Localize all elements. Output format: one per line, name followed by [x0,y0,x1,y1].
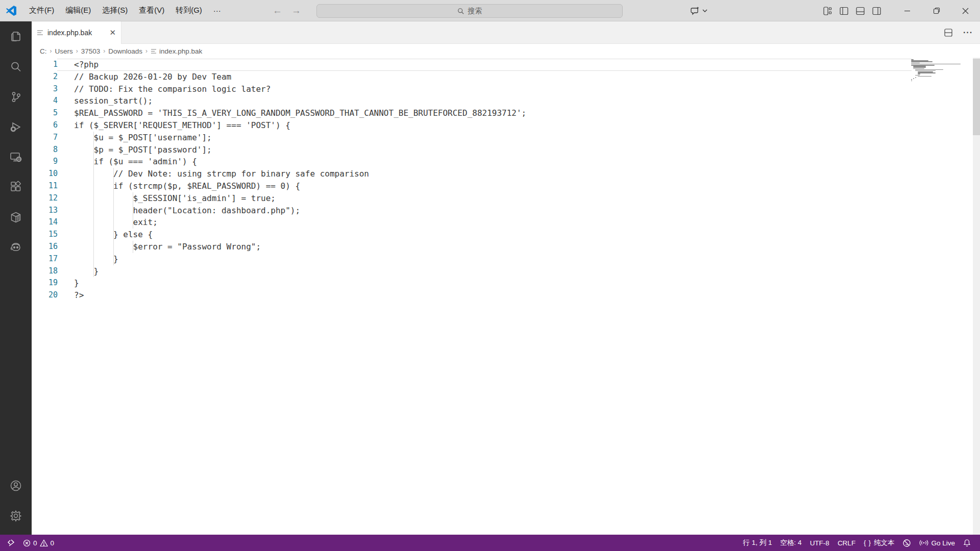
breadcrumb[interactable]: C:›Users›37503›Downloads›index.php.bak [32,44,980,58]
explorer-icon[interactable] [0,21,32,52]
line-number[interactable]: 3 [32,83,58,95]
code-line[interactable]: 18 } [32,265,980,278]
line-number[interactable]: 8 [32,144,58,156]
scrollbar-slider[interactable] [973,59,980,135]
code-line[interactable]: 6if ($_SERVER['REQUEST_METHOD'] === 'POS… [32,119,980,132]
tab-close-icon[interactable]: ✕ [109,28,116,37]
menu-item[interactable]: 选择(S) [96,0,133,21]
toggle-primary-sidebar-icon[interactable] [839,6,849,16]
remote-explorer-icon[interactable] [0,142,32,172]
line-number[interactable]: 17 [32,253,58,265]
account-icon[interactable] [0,470,32,500]
breadcrumb-file[interactable]: index.php.bak [151,47,202,55]
code-text: } [74,253,118,265]
tab-index-php-bak[interactable]: index.php.bak ✕ [32,21,121,44]
minimap-line [918,73,920,74]
code-line[interactable]: 1<?php [32,59,980,71]
search-icon[interactable] [0,52,32,82]
line-number[interactable]: 6 [32,119,58,132]
menu-item[interactable]: 转到(G) [170,0,208,21]
minimap-line [915,77,916,78]
line-number[interactable]: 12 [32,192,58,205]
run-debug-icon[interactable] [0,112,32,142]
line-number[interactable]: 5 [32,107,58,119]
editor-more-actions[interactable]: ··· [963,28,973,37]
encoding[interactable]: UTF-8 [806,535,834,551]
line-number[interactable]: 20 [32,289,58,302]
code-editor[interactable]: 1<?php2// Backup 2026-01-20 by Dev Team3… [32,58,980,535]
go-live-button[interactable]: Go Live [915,535,959,551]
toggle-panel-icon[interactable] [855,6,865,16]
menu-item[interactable]: 编辑(E) [60,0,96,21]
minimap[interactable] [911,59,967,82]
code-text: $u = $_POST['username']; [74,132,212,144]
chevron-down-icon [702,9,707,13]
breadcrumb-item[interactable]: Downloads [108,47,142,55]
nav-forward-icon[interactable]: → [291,5,301,16]
code-line[interactable]: 8 $p = $_POST['password']; [32,144,980,156]
line-number[interactable]: 14 [32,216,58,229]
file-icon [37,30,43,36]
editor-scrollbar[interactable] [973,58,980,535]
extensions-icon[interactable] [0,172,32,202]
copilot-chat-icon [690,6,700,16]
breadcrumb-item[interactable]: 37503 [81,47,101,55]
code-line[interactable]: 20?> [32,289,980,302]
breadcrumb-item[interactable]: Users [55,47,73,55]
code-text: $REAL_PASSWORD = 'THIS_IS_A_VERY_LONG_RA… [74,107,526,119]
line-number[interactable]: 11 [32,180,58,192]
toggle-secondary-sidebar-icon[interactable] [872,6,881,16]
notifications-button[interactable] [959,535,975,551]
line-number[interactable]: 9 [32,156,58,168]
remote-indicator[interactable] [3,535,19,551]
line-number[interactable]: 4 [32,95,58,107]
code-line[interactable]: 11 if (strcmp($p, $REAL_PASSWORD) == 0) … [32,180,980,192]
robot-icon[interactable] [0,232,32,262]
code-text: // Backup 2026-01-20 by Dev Team [74,71,231,83]
code-line[interactable]: 16 $error = "Password Wrong"; [32,241,980,253]
code-line[interactable]: 4session_start(); [32,95,980,107]
settings-gear-icon[interactable] [0,500,32,531]
menu-item[interactable]: 文件(F) [23,0,60,21]
customize-layout-icon[interactable] [823,6,832,16]
code-line[interactable]: 2// Backup 2026-01-20 by Dev Team [32,71,980,83]
container-icon[interactable] [0,202,32,232]
code-line[interactable]: 14 exit; [32,216,980,229]
code-line[interactable]: 13 header("Location: dashboard.php"); [32,205,980,217]
line-number[interactable]: 7 [32,132,58,144]
menu-item[interactable]: ··· [208,0,227,21]
line-number[interactable]: 1 [32,59,58,71]
code-line[interactable]: 17 } [32,253,980,265]
line-number[interactable]: 18 [32,265,58,278]
line-number[interactable]: 13 [32,205,58,217]
minimize-button[interactable] [893,0,922,21]
close-window-button[interactable] [951,0,980,21]
problems-indicator[interactable]: 0 0 [19,535,58,551]
line-number[interactable]: 10 [32,168,58,180]
code-line[interactable]: 7 $u = $_POST['username']; [32,132,980,144]
extension-disabled-indicator[interactable] [898,535,915,551]
line-number[interactable]: 19 [32,277,58,289]
code-line[interactable]: 5$REAL_PASSWORD = 'THIS_IS_A_VERY_LONG_R… [32,107,980,119]
eol-sequence[interactable]: CRLF [834,535,860,551]
copilot-button[interactable] [690,0,707,21]
split-editor-icon[interactable] [944,28,953,37]
code-line[interactable]: 12 $_SESSION['is_admin'] = true; [32,192,980,205]
indentation[interactable]: 空格: 4 [776,535,806,551]
line-number[interactable]: 15 [32,229,58,241]
code-line[interactable]: 15 } else { [32,229,980,241]
restore-button[interactable] [922,0,951,21]
code-line[interactable]: 3// TODO: Fix the comparison logic later… [32,83,980,95]
language-mode[interactable]: { } 纯文本 [860,535,898,551]
nav-back-icon[interactable]: ← [273,5,282,16]
code-line[interactable]: 9 if ($u === 'admin') { [32,156,980,168]
menu-item[interactable]: 查看(V) [133,0,170,21]
cursor-position[interactable]: 行 1, 列 1 [739,535,776,551]
command-center-search[interactable]: 搜索 [316,4,623,18]
source-control-icon[interactable] [0,82,32,112]
line-number[interactable]: 16 [32,241,58,253]
line-number[interactable]: 2 [32,71,58,83]
breadcrumb-item[interactable]: C: [40,47,47,55]
code-line[interactable]: 19} [32,277,980,289]
code-line[interactable]: 10 // Dev Note: using strcmp for binary … [32,168,980,180]
